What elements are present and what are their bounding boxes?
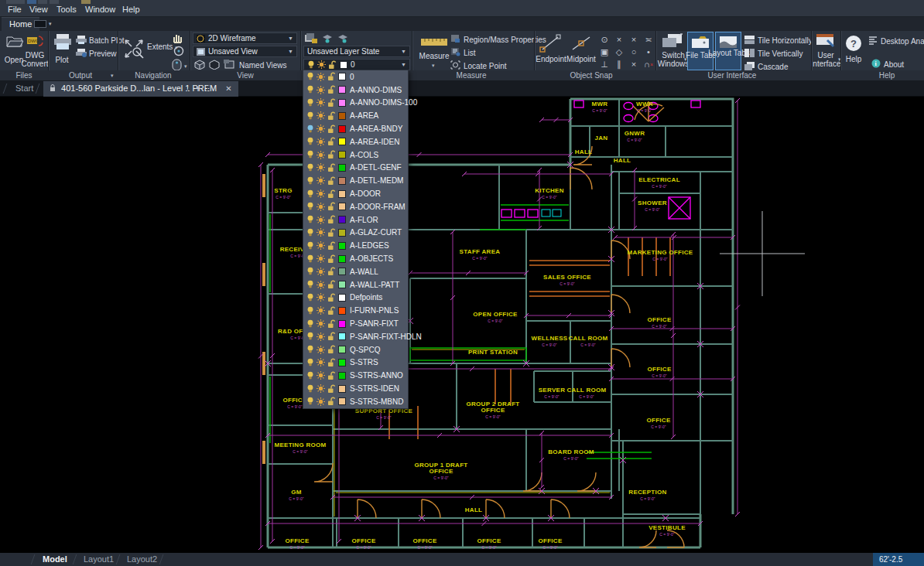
quadrant-osnap[interactable]: ◇ xyxy=(612,46,626,58)
layer-isolate-icon[interactable] xyxy=(322,33,333,43)
layer-color-swatch[interactable] xyxy=(338,359,346,367)
layout1-tab[interactable]: Layout1 xyxy=(84,554,114,564)
cube-dark-icon[interactable] xyxy=(209,60,220,70)
view-combo[interactable]: Unsaved View▼ xyxy=(193,46,297,57)
center-osnap[interactable]: ⊙ xyxy=(597,34,611,46)
layer-combo[interactable]: 0▼ xyxy=(303,59,410,70)
layer-color-swatch[interactable] xyxy=(338,138,346,145)
drawing-canvas[interactable]: MWRC = 9'-0"WWRC = 9'-0"JANGNWRC = 9'-0"… xyxy=(0,97,924,553)
new-drawing-button[interactable]: + xyxy=(195,83,201,94)
layer-color-swatch[interactable] xyxy=(338,203,346,210)
layer-item-A-WALL[interactable]: A-WALL xyxy=(303,265,408,278)
model-tab[interactable]: Model xyxy=(43,554,67,564)
menu-view[interactable]: View xyxy=(29,5,48,14)
layout2-tab[interactable]: Layout2 xyxy=(127,554,157,564)
measure-button[interactable]: Measure xyxy=(419,52,450,60)
layer-color-swatch[interactable] xyxy=(338,190,346,198)
layer-color-swatch[interactable] xyxy=(338,216,346,223)
layer-item-A-AREA[interactable]: A-AREA xyxy=(303,109,408,122)
node-osnap[interactable]: • xyxy=(642,46,655,58)
tab-start[interactable]: Start xyxy=(9,81,39,97)
layer-properties-icon[interactable] xyxy=(305,33,317,43)
tile-vertically-button[interactable]: Tile Vertically xyxy=(758,49,803,58)
layer-color-swatch[interactable] xyxy=(338,294,346,302)
layer-color-swatch[interactable] xyxy=(338,164,346,172)
extension-osnap[interactable]: ≍ xyxy=(642,34,655,46)
chevron-down-icon[interactable]: ▾ xyxy=(184,63,187,70)
layer-color-swatch[interactable] xyxy=(338,372,346,380)
tile-horizontally-button[interactable]: Tile Horizontally xyxy=(758,36,813,45)
layer-item-S-STRS-ANNO[interactable]: S-STRS-ANNO xyxy=(303,369,408,382)
menu-file[interactable]: File xyxy=(8,5,22,14)
layer-item-A-DOOR[interactable]: A-DOOR xyxy=(303,187,408,200)
layer-item-I-FURN-PNLS[interactable]: I-FURN-PNLS xyxy=(303,304,408,317)
qat-icon-fragment[interactable] xyxy=(27,0,36,4)
desktop-analytics-button[interactable]: Desktop Analytics xyxy=(881,37,924,46)
batch-plot-button[interactable]: Batch Plot xyxy=(89,36,125,45)
layer-item-A-ANNO-DIMS[interactable]: A-ANNO-DIMS xyxy=(303,84,408,97)
parallel-osnap[interactable]: ∥ xyxy=(612,59,626,70)
layer-color-swatch[interactable] xyxy=(338,255,346,263)
layer-color-swatch[interactable] xyxy=(338,112,346,120)
named-views-button[interactable]: Named Views xyxy=(239,61,287,70)
qat-icon-fragment[interactable] xyxy=(81,0,91,4)
qat-icon-fragment[interactable] xyxy=(15,0,25,4)
preview-button[interactable]: Preview xyxy=(89,49,117,58)
layer-unisolate-icon[interactable] xyxy=(337,33,348,43)
layer-item-A-DOOR-FRAM[interactable]: A-DOOR-FRAM xyxy=(303,200,408,213)
new-view-icon[interactable] xyxy=(224,60,235,70)
layer-color-swatch[interactable] xyxy=(338,307,346,315)
output-flyout-icon[interactable]: ▾ xyxy=(111,73,114,79)
apparent-intersection-osnap[interactable]: × xyxy=(627,34,641,46)
menu-help[interactable]: Help xyxy=(122,5,140,14)
qat-icon-fragment[interactable] xyxy=(50,0,59,4)
perpendicular-osnap[interactable]: ⊥ xyxy=(597,59,611,70)
qat-icon-fragment[interactable] xyxy=(38,0,47,4)
layer-color-swatch[interactable] xyxy=(338,385,346,393)
layer-item-0[interactable]: 0 xyxy=(303,70,408,84)
menu-tools[interactable]: Tools xyxy=(56,5,77,14)
endpoint-button[interactable]: Endpoint xyxy=(536,55,566,63)
layer-color-swatch[interactable] xyxy=(338,125,346,133)
layer-color-swatch[interactable] xyxy=(338,99,346,107)
layer-item-Q-SPCQ[interactable]: Q-SPCQ xyxy=(303,343,408,356)
layer-item-A-DETL-MEDM[interactable]: A-DETL-MEDM xyxy=(303,174,408,187)
layer-item-A-WALL-PATT[interactable]: A-WALL-PATT xyxy=(303,278,408,292)
intersection-osnap[interactable]: × xyxy=(612,34,626,46)
layer-color-swatch[interactable] xyxy=(338,86,346,94)
layer-item-A-FLOR[interactable]: A-FLOR xyxy=(303,213,408,227)
visual-style-combo[interactable]: 2D Wireframe▼ xyxy=(193,32,297,44)
layer-item-A-COLS[interactable]: A-COLS xyxy=(303,148,408,162)
about-button[interactable]: About xyxy=(884,60,904,69)
close-tab-icon[interactable]: ✕ xyxy=(225,84,231,93)
ribbon-extra-button[interactable]: ▾ xyxy=(34,19,57,29)
layer-item-S-STRS[interactable]: S-STRS xyxy=(303,356,408,370)
insertion-osnap[interactable]: ▣ xyxy=(597,46,611,58)
layer-color-swatch[interactable] xyxy=(338,281,346,288)
layer-item-A-AREA-BNDY[interactable]: A-AREA-BNDY xyxy=(303,122,408,135)
tangent-osnap[interactable]: ○ xyxy=(627,46,641,58)
layer-item-A-OBJECTS[interactable]: A-OBJECTS xyxy=(303,252,408,265)
layer-item-Defpoints[interactable]: Defpoints xyxy=(303,292,408,305)
layer-color-swatch[interactable] xyxy=(338,242,346,250)
menu-window[interactable]: Window xyxy=(85,5,115,14)
layer-color-swatch[interactable] xyxy=(338,268,346,275)
plot-button[interactable]: Plot xyxy=(55,56,68,64)
snap-off-osnap[interactable]: ∩× xyxy=(642,59,655,70)
list-button[interactable]: List xyxy=(464,49,476,57)
layer-color-swatch[interactable] xyxy=(338,397,346,405)
user-interface-button[interactable]: UserInterface xyxy=(811,51,841,68)
help-button[interactable]: Help xyxy=(846,55,862,63)
layer-item-A-DETL-GENF[interactable]: A-DETL-GENF xyxy=(303,162,408,175)
layer-item-P-SANR-FIXT[interactable]: P-SANR-FIXT xyxy=(303,317,408,330)
layer-state-combo[interactable]: Unsaved Layer State▼ xyxy=(303,46,410,57)
layer-item-A-ANNO-DIMS-100[interactable]: A-ANNO-DIMS-100 xyxy=(303,97,408,110)
layer-color-swatch[interactable] xyxy=(338,229,346,237)
layer-color-swatch[interactable] xyxy=(338,332,346,340)
layer-color-swatch[interactable] xyxy=(338,346,346,353)
qat-icon-fragment[interactable] xyxy=(6,0,15,4)
midpoint-button[interactable]: Midpoint xyxy=(566,55,596,63)
layer-item-A-AREA-IDEN[interactable]: A-AREA-IDEN xyxy=(303,135,408,148)
layer-color-swatch[interactable] xyxy=(338,73,346,80)
layer-item-S-STRS-MBND[interactable]: S-STRS-MBND xyxy=(303,395,408,408)
